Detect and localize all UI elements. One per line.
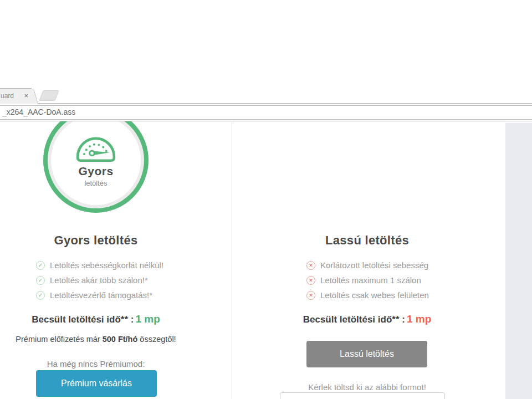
slow-heading: Lassú letöltés	[232, 233, 502, 248]
browser-tab[interactable]: uard ×	[0, 88, 32, 104]
check-circle-icon: ✓	[36, 291, 45, 300]
browser-toolbar: _x264_AAC-DoA.ass	[0, 104, 532, 121]
feature-item: ✓ Letöltésvezérlő támogatás!*	[36, 288, 163, 303]
feature-item: ✕ Letöltés maximum 1 szálon	[306, 273, 429, 288]
address-bar[interactable]: _x264_AAC-DoA.ass	[0, 105, 532, 120]
feature-item: ✕ Korlátozott letöltési sebesség	[306, 258, 429, 273]
estimate-label: Becsült letöltési idő** :	[303, 314, 405, 325]
fast-download-circle: Gyors letöltés	[43, 121, 149, 213]
slow-download-column: Lassú letöltés Lassú letöltés ✕ Korlátoz…	[232, 121, 505, 399]
premium-cta-note: Ha még nincs Prémiumod:	[0, 359, 192, 369]
feature-text: Letöltés akár több szálon!*	[50, 275, 148, 285]
form-input[interactable]	[280, 392, 445, 399]
cross-circle-icon: ✕	[306, 261, 315, 270]
page-background-strip	[505, 123, 532, 399]
fast-estimate: Becsült letöltési idő** :1 mp	[0, 313, 192, 325]
slow-estimate: Becsült letöltési idő** :1 mp	[232, 313, 502, 325]
speedometer-fast-icon	[72, 132, 120, 162]
feature-text: Letöltésvezérlő támogatás!*	[50, 290, 152, 300]
feature-item: ✓ Letöltés sebességkorlát nélkül!	[36, 258, 163, 273]
feature-text: Letöltés csak webes felületen	[320, 290, 429, 300]
fast-download-column: Gyors letöltés Gyors letöltés ✓ Letöltés…	[0, 121, 232, 399]
cross-circle-icon: ✕	[306, 291, 315, 300]
new-tab-button[interactable]	[39, 90, 59, 101]
tab-close-icon[interactable]: ×	[24, 91, 28, 101]
slow-feature-list: ✕ Korlátozott letöltési sebesség ✕ Letöl…	[306, 258, 429, 303]
fast-circle-subtitle: letöltés	[84, 179, 107, 187]
tab-title: uard	[1, 92, 16, 100]
fast-heading: Gyors letöltés	[0, 233, 192, 248]
feature-text: Letöltés sebességkorlát nélkül!	[50, 260, 163, 270]
tab-bar: uard ×	[0, 86, 532, 104]
feature-item: ✕ Letöltés csak webes felületen	[306, 288, 429, 303]
check-circle-icon: ✓	[36, 276, 45, 285]
estimate-label: Becsült letöltési idő** :	[32, 314, 134, 325]
feature-text: Korlátozott letöltési sebesség	[320, 260, 428, 270]
check-circle-icon: ✓	[36, 261, 45, 270]
premium-purchase-button[interactable]: Prémium vásárlás	[36, 370, 157, 397]
cross-circle-icon: ✕	[306, 276, 315, 285]
form-note: Kérlek töltsd ki az alábbi formot!	[232, 382, 502, 392]
promo-prefix: Prémium előfizetés már	[16, 335, 102, 344]
fast-feature-list: ✓ Letöltés sebességkorlát nélkül! ✓ Letö…	[36, 258, 163, 303]
slow-download-button[interactable]: Lassú letöltés	[306, 341, 427, 367]
feature-text: Letöltés maximum 1 szálon	[320, 275, 421, 285]
promo-suffix: összegtől!	[137, 335, 176, 344]
premium-promo: Prémium előfizetés már 500 Ft/hó összegt…	[0, 335, 192, 344]
page-content: Gyors letöltés Gyors letöltés ✓ Letöltés…	[0, 121, 532, 399]
estimate-value: 1 mp	[407, 313, 431, 325]
feature-item: ✓ Letöltés akár több szálon!*	[36, 273, 163, 288]
estimate-value: 1 mp	[135, 313, 160, 325]
fast-circle-title: Gyors	[78, 165, 113, 178]
promo-price: 500 Ft/hó	[103, 335, 138, 344]
